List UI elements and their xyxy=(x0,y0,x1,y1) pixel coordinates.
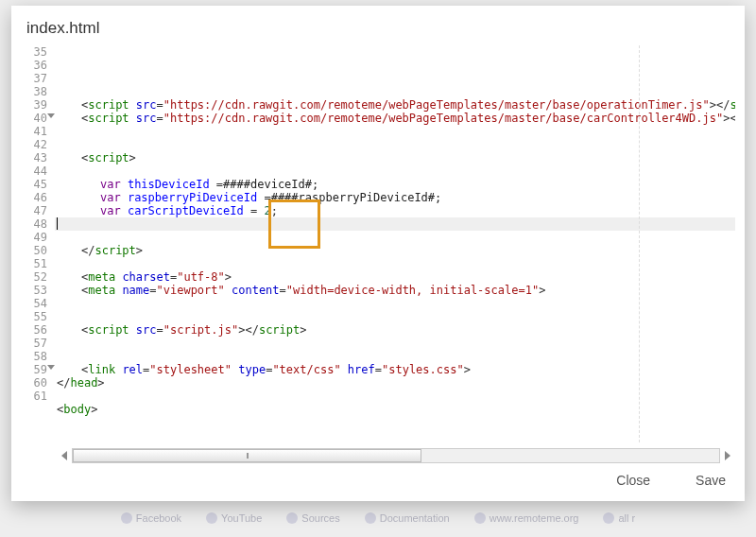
code-line[interactable]: <script src="https://cdn.rawgit.com/remo… xyxy=(55,112,735,125)
scrollbar-thumb[interactable] xyxy=(73,449,421,462)
code-line[interactable]: <meta charset="utf-8"> xyxy=(55,270,735,284)
line-number: 38 xyxy=(26,85,47,98)
editor-modal: index.html 35363738394041424344454647484… xyxy=(11,6,745,501)
modal-title: index.html xyxy=(11,6,745,45)
code-line[interactable]: <meta name="viewport" content="width=dev… xyxy=(55,284,735,297)
line-number: 39 xyxy=(26,98,47,112)
print-margin xyxy=(639,45,640,442)
line-number: 56 xyxy=(26,323,47,337)
text-cursor xyxy=(57,217,58,230)
line-number: 43 xyxy=(26,151,47,165)
line-number: 36 xyxy=(26,59,47,72)
code-line[interactable] xyxy=(55,85,735,98)
line-number: 58 xyxy=(26,350,47,363)
fold-icon[interactable] xyxy=(47,113,55,118)
code-line[interactable] xyxy=(55,217,735,231)
line-number: 61 xyxy=(26,390,47,403)
line-number: 48 xyxy=(26,217,47,231)
line-number: 54 xyxy=(26,297,47,310)
line-number: 40 xyxy=(26,112,47,125)
line-number: 49 xyxy=(26,231,47,244)
code-line[interactable]: <script src="script.js"></script> xyxy=(55,323,735,337)
code-editor[interactable]: 3536373839404142434445464748495051525354… xyxy=(21,45,735,463)
line-number: 60 xyxy=(26,376,47,390)
line-number: 35 xyxy=(26,45,47,59)
code-line[interactable]: </script> xyxy=(55,244,735,257)
code-line[interactable]: <script> xyxy=(55,151,735,165)
line-number: 57 xyxy=(26,337,47,350)
code-line[interactable] xyxy=(55,297,735,310)
fold-icon[interactable] xyxy=(47,365,55,370)
code-line[interactable] xyxy=(55,165,735,178)
line-number-gutter: 3536373839404142434445464748495051525354… xyxy=(21,45,55,442)
save-button[interactable]: Save xyxy=(696,473,726,488)
line-number: 44 xyxy=(26,165,47,178)
line-number: 42 xyxy=(26,138,47,151)
line-number: 55 xyxy=(26,310,47,323)
code-line[interactable] xyxy=(55,231,735,244)
code-line[interactable]: <link rel="stylesheet" type="text/css" h… xyxy=(55,363,735,376)
line-number: 53 xyxy=(26,284,47,297)
line-number: 52 xyxy=(26,270,47,284)
line-number: 59 xyxy=(26,363,47,376)
code-line[interactable] xyxy=(55,350,735,363)
line-number: 46 xyxy=(26,191,47,204)
code-line[interactable]: var raspberryPiDeviceId =####raspberryPi… xyxy=(55,191,735,204)
code-line[interactable] xyxy=(55,138,735,151)
line-number: 51 xyxy=(26,257,47,270)
code-line[interactable] xyxy=(55,390,735,403)
code-line[interactable]: </head> xyxy=(55,376,735,390)
code-line[interactable] xyxy=(55,310,735,323)
code-line[interactable] xyxy=(55,416,735,429)
code-line[interactable] xyxy=(55,337,735,350)
code-line[interactable] xyxy=(55,429,735,442)
code-line[interactable]: var thisDeviceId =####deviceId#; xyxy=(55,178,735,191)
close-button[interactable]: Close xyxy=(616,473,650,488)
line-number: 45 xyxy=(26,178,47,191)
scroll-left-icon[interactable] xyxy=(61,451,67,460)
line-number: 41 xyxy=(26,125,47,138)
scroll-right-icon[interactable] xyxy=(725,451,730,460)
code-line[interactable]: var carScriptDeviceId = 2; xyxy=(55,204,735,217)
code-line[interactable]: <script src="https://cdn.rawgit.com/remo… xyxy=(55,98,735,112)
code-line[interactable]: <body> xyxy=(55,403,735,416)
code-line[interactable] xyxy=(55,257,735,270)
line-number: 47 xyxy=(26,204,47,217)
code-area[interactable]: <script src="https://cdn.rawgit.com/remo… xyxy=(55,45,735,442)
horizontal-scrollbar[interactable] xyxy=(72,448,720,463)
line-number: 37 xyxy=(26,72,47,85)
code-line[interactable] xyxy=(55,125,735,138)
line-number: 50 xyxy=(26,244,47,257)
modal-footer: Close Save xyxy=(11,463,745,501)
